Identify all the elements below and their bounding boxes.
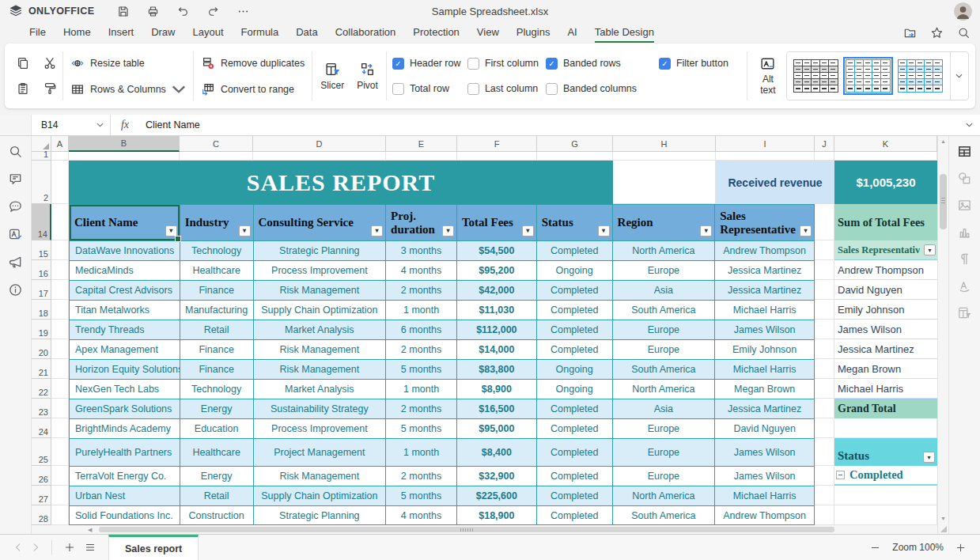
- table-cell[interactable]: $8,900: [457, 380, 537, 399]
- table-cell[interactable]: 5 months: [386, 360, 457, 380]
- table-option-filter-button[interactable]: ✓Filter button: [659, 53, 741, 74]
- undo-button[interactable]: [175, 3, 191, 19]
- row-header-17[interactable]: 17: [32, 280, 51, 300]
- table-cell[interactable]: Michael Harris: [715, 360, 814, 380]
- report-title-cell[interactable]: SALES REPORT: [69, 161, 613, 204]
- row-header-14[interactable]: 14: [32, 204, 51, 240]
- table-option-last-column[interactable]: Last column: [467, 78, 546, 99]
- column-header-j[interactable]: J: [815, 136, 834, 152]
- table-option-total-row[interactable]: Total row: [392, 78, 467, 99]
- vertical-scrollbar[interactable]: ▲ ▼: [937, 136, 948, 534]
- alt-text-button[interactable]: Alt text: [750, 55, 786, 96]
- table-cell[interactable]: Europe: [613, 340, 716, 360]
- table-cell[interactable]: $95,000: [457, 419, 537, 439]
- table-cell[interactable]: Jessica Martinez: [715, 261, 814, 281]
- table-cell[interactable]: Europe: [613, 419, 716, 439]
- table-cell[interactable]: Healthcare: [180, 261, 254, 281]
- pivot-title-cell[interactable]: Sum of Total Fees: [834, 204, 937, 240]
- resize-table-button[interactable]: Resize table: [70, 53, 186, 74]
- row-header-18[interactable]: 18: [32, 300, 51, 320]
- table-cell[interactable]: $32,900: [457, 467, 537, 486]
- name-box[interactable]: B14: [32, 115, 111, 135]
- table-cell[interactable]: Europe: [613, 261, 716, 281]
- text-art-settings-button[interactable]: [957, 278, 972, 293]
- search-button[interactable]: [957, 26, 971, 40]
- table-cell[interactable]: 1 month: [386, 439, 457, 467]
- table-cell[interactable]: Construction: [180, 506, 254, 525]
- menu-tab-protection[interactable]: Protection: [413, 23, 460, 43]
- table-cell[interactable]: Strategic Planning: [254, 506, 387, 525]
- table-cell[interactable]: Energy: [180, 467, 254, 486]
- filter-button[interactable]: ▾: [700, 225, 712, 236]
- table-style-option-1[interactable]: [793, 59, 838, 93]
- table-cell[interactable]: Completed: [537, 320, 613, 340]
- column-header-g[interactable]: G: [537, 136, 613, 152]
- table-cell[interactable]: 5 months: [386, 419, 457, 439]
- table-cell[interactable]: Horizon Equity Solutions: [70, 360, 180, 380]
- table-cell[interactable]: David Nguyen: [715, 419, 814, 439]
- menu-tab-table-design[interactable]: Table Design: [595, 23, 654, 43]
- more-quick-actions-button[interactable]: [235, 3, 251, 19]
- table-cell[interactable]: Europe: [613, 320, 716, 340]
- table-cell[interactable]: North America: [613, 486, 716, 506]
- row-header-2[interactable]: 2: [32, 161, 51, 204]
- table-cell[interactable]: Process Improvement: [254, 261, 387, 281]
- table-cell[interactable]: Ongoing: [537, 261, 613, 281]
- horizontal-scrollbar[interactable]: ◀: [51, 525, 937, 534]
- table-cell[interactable]: $225,600: [457, 486, 537, 506]
- table-cell[interactable]: South America: [613, 301, 716, 320]
- table-settings-button[interactable]: [957, 144, 972, 159]
- table-cell[interactable]: Completed: [537, 340, 613, 360]
- paste-button[interactable]: [16, 81, 30, 96]
- table-cell[interactable]: Process Improvement: [254, 419, 387, 439]
- shape-settings-button[interactable]: [957, 171, 972, 186]
- table-cell[interactable]: Education: [180, 419, 254, 439]
- pivot-row-megan-brown[interactable]: Megan Brown: [834, 359, 937, 379]
- redo-button[interactable]: [205, 3, 221, 19]
- status-field-dropdown-button[interactable]: ▾: [923, 452, 935, 463]
- find-button[interactable]: [8, 144, 23, 159]
- checkbox-checked-icon[interactable]: ✓: [659, 58, 671, 70]
- checkbox-checked-icon[interactable]: ✓: [546, 58, 558, 70]
- table-cell[interactable]: $14,000: [457, 340, 537, 360]
- table-cell[interactable]: Jessica Martinez: [715, 399, 814, 419]
- filter-button[interactable]: ▾: [598, 225, 610, 236]
- row-header-28[interactable]: 28: [32, 505, 51, 525]
- chart-settings-button[interactable]: [957, 225, 972, 240]
- table-cell[interactable]: Michael Harris: [715, 301, 814, 320]
- horizontal-scroll-thumb[interactable]: [99, 527, 834, 532]
- slicer-settings-button[interactable]: [957, 305, 972, 320]
- table-cell[interactable]: Completed: [537, 439, 613, 467]
- table-cell[interactable]: Sustainability Strategy: [254, 399, 387, 419]
- table-cell[interactable]: 2 months: [386, 399, 457, 419]
- pivot-row-michael-harris[interactable]: Michael Harris: [834, 379, 937, 399]
- menu-tab-insert[interactable]: Insert: [108, 23, 134, 43]
- column-header-i[interactable]: I: [716, 136, 815, 152]
- table-cell[interactable]: Finance: [180, 360, 254, 380]
- table-cell[interactable]: Completed: [537, 241, 613, 261]
- column-header-f[interactable]: F: [457, 136, 537, 152]
- filter-button[interactable]: ▾: [522, 225, 534, 236]
- table-cell[interactable]: Titan Metalworks: [70, 301, 180, 320]
- table-cell[interactable]: GreenSpark Solutions: [70, 399, 180, 419]
- status-field-cell[interactable]: Status▾: [834, 438, 937, 466]
- cut-button[interactable]: [43, 56, 57, 70]
- table-cell[interactable]: North America: [613, 241, 716, 261]
- image-settings-button[interactable]: [957, 198, 972, 213]
- comments-button[interactable]: [8, 172, 23, 187]
- row-header-15[interactable]: 15: [32, 240, 51, 260]
- checkbox-unchecked-icon[interactable]: [467, 83, 479, 95]
- table-cell[interactable]: Risk Management: [254, 467, 387, 486]
- table-cell[interactable]: Risk Management: [254, 360, 387, 380]
- name-box-dropdown-icon[interactable]: [96, 123, 104, 127]
- table-cell[interactable]: Healthcare: [180, 439, 254, 467]
- table-cell[interactable]: Technology: [180, 241, 254, 261]
- table-cell[interactable]: Emily Johnson: [715, 340, 814, 360]
- table-cell[interactable]: 4 months: [386, 506, 457, 525]
- table-option-header-row[interactable]: ✓Header row: [392, 53, 467, 74]
- table-cell[interactable]: James Wilson: [715, 320, 814, 340]
- table-cell[interactable]: Capital Crest Advisors: [70, 281, 180, 301]
- table-cell[interactable]: Europe: [613, 467, 716, 486]
- table-cell[interactable]: Andrew Thompson: [715, 241, 814, 261]
- table-style-option-2-selected[interactable]: [846, 59, 891, 93]
